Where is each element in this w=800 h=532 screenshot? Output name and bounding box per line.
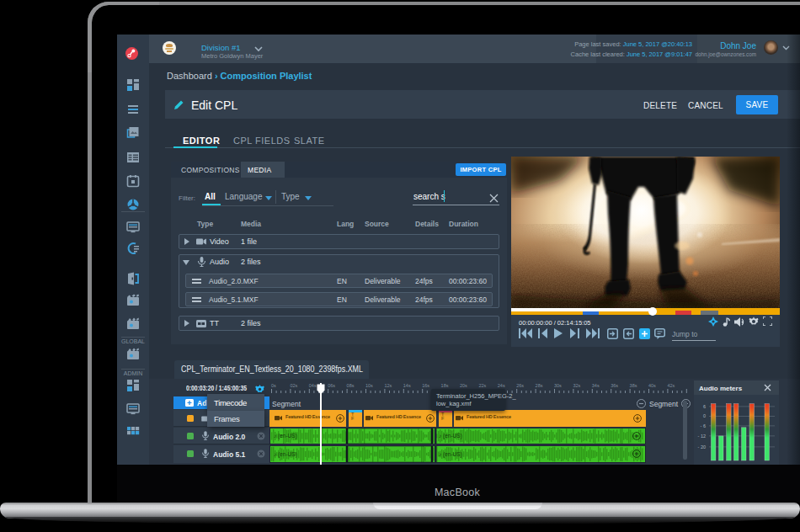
svg-text:38s: 38s — [630, 383, 637, 388]
svg-text:6: 6 — [703, 404, 706, 409]
svg-text:42s: 42s — [667, 383, 675, 388]
svg-text:♪ (en-US): ♪ (en-US) — [439, 433, 462, 439]
svg-text:30s: 30s — [554, 383, 562, 388]
svg-text:12s: 12s — [384, 383, 392, 388]
svg-text:32s: 32s — [573, 383, 580, 388]
svg-text:- 12: - 12 — [698, 434, 706, 439]
svg-text:♪ (en-US): ♪ (en-US) — [274, 433, 297, 439]
svg-text:- 20: - 20 — [698, 444, 706, 450]
svg-text:- 6: - 6 — [701, 423, 706, 428]
svg-text:08s: 08s — [347, 383, 355, 388]
svg-text:♪ (en-US): ♪ (en-US) — [439, 451, 462, 458]
svg-text:24s: 24s — [498, 383, 505, 388]
svg-text:♪ (en-US): ♪ (en-US) — [274, 451, 297, 458]
svg-text:14s: 14s — [403, 383, 411, 388]
svg-text:34s: 34s — [592, 383, 600, 388]
svg-text:CPL_Terminator_EN_Textless_20_: CPL_Terminator_EN_Textless_20_1080_2398f… — [181, 364, 363, 374]
svg-text:36s: 36s — [611, 383, 618, 388]
svg-text:20s: 20s — [460, 383, 467, 388]
svg-text:02s: 02s — [290, 383, 297, 388]
svg-text:18s: 18s — [441, 383, 449, 388]
svg-text:0:00:03:20 / 1:45:00:35: 0:00:03:20 / 1:45:00:35 — [186, 384, 247, 392]
svg-text:06s: 06s — [328, 383, 335, 388]
svg-text:40s: 40s — [648, 383, 656, 388]
svg-text:10s: 10s — [365, 383, 373, 388]
svg-text:0s: 0s — [271, 383, 276, 388]
svg-text:22s: 22s — [478, 383, 486, 388]
svg-text:16s: 16s — [422, 383, 429, 388]
svg-text:28s: 28s — [536, 383, 543, 388]
svg-text:26s: 26s — [516, 383, 524, 388]
svg-text:0: 0 — [703, 413, 706, 418]
